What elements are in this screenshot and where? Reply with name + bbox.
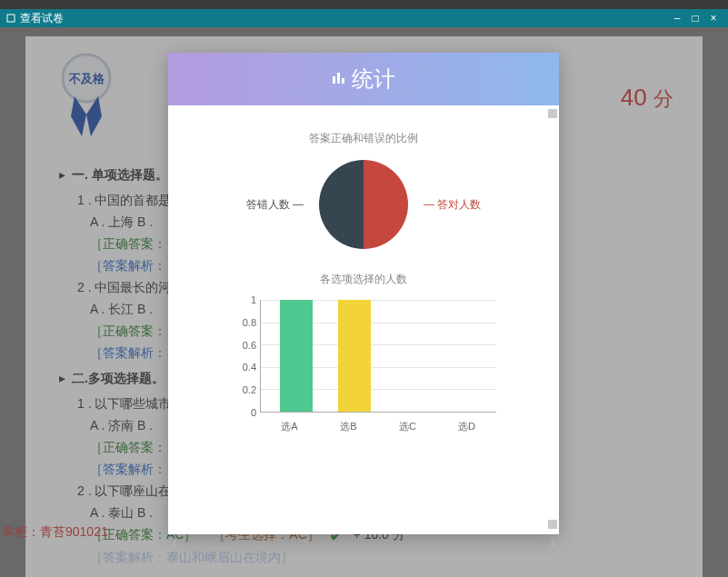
svg-rect-5 [333, 76, 335, 84]
stats-modal: 统计 答案正确和错误的比例 答错人数 — — 答对人数 各选项选择的人数 1 0… [168, 53, 559, 534]
pie-left-label: 答错人数 [246, 198, 290, 211]
close-button[interactable]: × [704, 12, 723, 25]
doc-icon [5, 13, 16, 24]
pie-chart: 答错人数 — — 答对人数 [183, 159, 544, 250]
xlabel-d: 选D [437, 416, 496, 436]
pie-slice-right [364, 160, 408, 249]
titlebar: 查看试卷 – □ × [0, 9, 728, 27]
modal-title: 统计 [352, 65, 395, 94]
minimize-button[interactable]: – [668, 12, 686, 25]
pie-slice-wrong [319, 160, 364, 249]
svg-rect-6 [337, 73, 340, 84]
modal-header: 统计 [168, 53, 559, 105]
window-title: 查看试卷 [20, 11, 64, 26]
bar-b [338, 300, 371, 412]
bar-chart: 1 0.8 0.6 0.4 0.2 0 选A 选B 选C 选D [227, 300, 500, 436]
modal-next[interactable]: › [550, 533, 555, 550]
bar-plot-area [260, 300, 496, 413]
xlabel-c: 选C [378, 416, 437, 436]
bar-a [280, 300, 313, 412]
maximize-button[interactable]: □ [686, 12, 704, 25]
svg-rect-7 [342, 78, 344, 84]
bar-chart-icon [332, 71, 346, 87]
modal-scrollbar[interactable] [548, 109, 557, 529]
pie-right-label: 答对人数 [437, 198, 481, 211]
modal-prev[interactable]: ‹ [172, 533, 177, 550]
svg-rect-0 [7, 15, 15, 22]
xlabel-a: 选A [260, 416, 319, 436]
modal-nav: ‹ › [168, 533, 559, 550]
chart2-title: 各选项选择的人数 [183, 272, 544, 287]
pie-svg [318, 159, 409, 250]
chart1-title: 答案正确和错误的比例 [183, 131, 544, 146]
xlabel-b: 选B [319, 416, 378, 436]
